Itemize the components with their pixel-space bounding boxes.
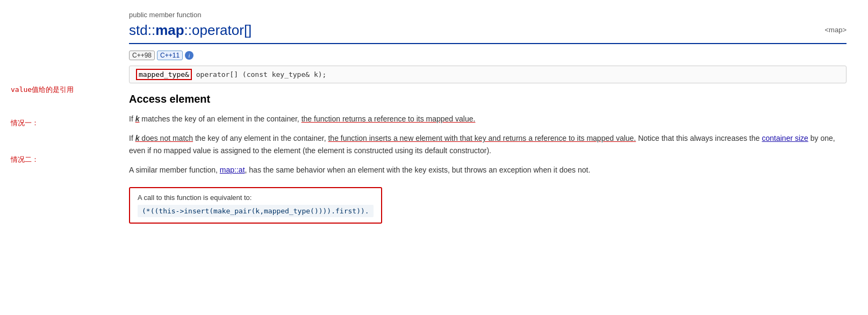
equiv-box: A call to this function is equivalent to… [129,187,382,224]
version-badges: C++98 C++11 i [129,51,847,60]
case2-underline1: does not match [139,134,193,142]
title-bold: map [155,22,184,38]
equiv-code: (*((this->insert(make_pair(k,mapped_type… [138,205,374,217]
case1-annotation: 情况一： [11,118,39,128]
case2-text-mid2: Notice that this always increases the [636,134,762,142]
blue-divider [129,43,847,44]
case2-text-mid1: the key of any element in the container, [193,134,328,142]
case2-annotation: 情况二： [11,155,39,164]
badge-cpp98: C++98 [129,51,155,60]
case1-paragraph: If k matches the key of an element in th… [129,113,847,125]
title-suffix: ::operator[] [184,22,252,38]
case2-text-before: If [129,134,135,142]
page-container: value值给的是引用 情况一： 情况二： 等同： public member … [11,11,847,224]
case2-underline2: the function inserts a new element with … [328,134,636,142]
map-link[interactable]: <map> [825,26,847,34]
signature-box: mapped_type& operator[] (const key_type&… [129,66,847,83]
title-prefix: std:: [129,22,155,38]
function-title: std::map::operator[] [129,22,847,39]
map-at-link[interactable]: map::at [220,166,245,174]
badge-cpp11: C++11 [157,51,183,60]
equiv-wrapper: A call to this function is equivalent to… [129,184,847,224]
public-member-label: public member function [129,11,847,19]
similar-text-after: , has the same behavior when an element … [245,166,591,174]
case1-text-before: If [129,114,135,123]
case1-underlined: the function returns a reference to its … [302,114,476,123]
equiv-title: A call to this function is equivalent to… [138,194,374,202]
signature-rest: operator[] (const key_type& k); [192,70,326,78]
similar-paragraph: A similar member function, map::at, has … [129,164,847,176]
header-area: public member function std::map::operato… [129,11,847,39]
signature-highlighted: mapped_type& [136,69,192,80]
case2-paragraph: If k does not match the key of any eleme… [129,132,847,156]
similar-text-before: A similar member function, [129,166,220,174]
case1-text-mid: matches the key of an element in the con… [139,114,301,123]
container-size-link[interactable]: container size [762,134,808,142]
value-annotation: value值给的是引用 [11,85,74,95]
info-icon[interactable]: i [185,51,193,60]
section-heading: Access element [129,93,847,105]
